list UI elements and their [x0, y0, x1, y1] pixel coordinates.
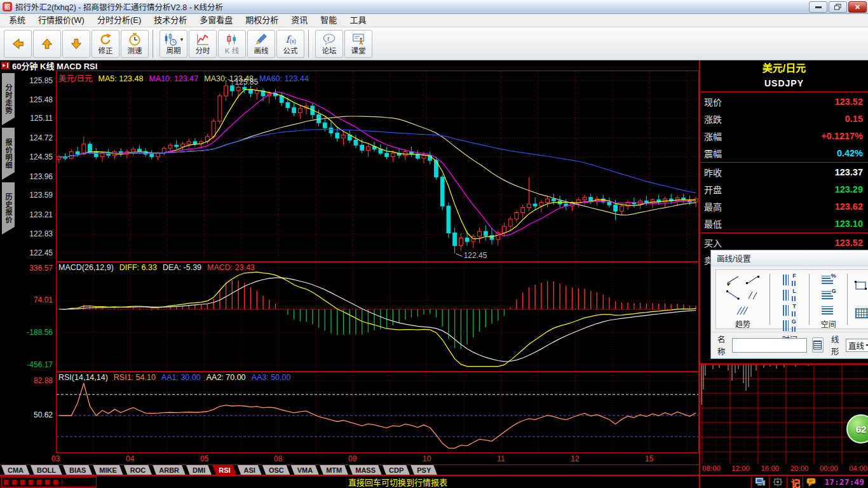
- space-tool-lines[interactable]: [820, 304, 837, 317]
- time-tool-T[interactable]: T: [782, 304, 798, 317]
- minimize-button[interactable]: [809, 1, 827, 13]
- x-axis-label: 08: [274, 454, 282, 463]
- indicator-tab-RSI[interactable]: RSI: [212, 465, 236, 475]
- dialog-title-bar[interactable]: 画线/设置: [711, 250, 868, 266]
- draw-line-dialog[interactable]: 画线/设置 趋势 FLTG 时间 %G 空间: [710, 250, 868, 359]
- hatch-lines-tool[interactable]: [735, 304, 751, 317]
- toolbar-button-论坛[interactable]: t论坛: [315, 30, 343, 58]
- candles: [57, 81, 698, 253]
- menu-item-分时分析(E)[interactable]: 分时分析(E): [91, 14, 147, 27]
- indicator-tab-VMA[interactable]: VMA: [291, 465, 319, 475]
- menu-item-工具[interactable]: 工具: [343, 14, 372, 27]
- toolbar-button-画线[interactable]: 画线: [247, 30, 275, 58]
- quote-value: 0.15: [845, 114, 863, 124]
- toolbar-button-公式[interactable]: f(x)公式: [276, 30, 304, 58]
- notes-button[interactable]: [812, 337, 824, 353]
- mini-chart-grid[interactable]: [700, 359, 868, 464]
- indicator-tab-BIAS[interactable]: BIAS: [63, 465, 92, 475]
- sidebar-tab-报价明细[interactable]: 报价明细: [2, 128, 15, 180]
- message-tray-icon[interactable]: [803, 477, 820, 487]
- grid-tool[interactable]: [853, 307, 868, 320]
- rectangle-tool[interactable]: [853, 280, 868, 292]
- quote-label: 昨收: [704, 166, 722, 179]
- menu-item-行情报价(W)[interactable]: 行情报价(W): [32, 14, 91, 27]
- space-tool-%[interactable]: %: [820, 274, 837, 287]
- main-chart[interactable]: 125.85122.45: [56, 71, 699, 262]
- indicator-tab-BOLL[interactable]: BOLL: [31, 465, 62, 475]
- minimize-icon: [815, 6, 822, 8]
- toolbar-button-周期[interactable]: ▼周期: [159, 30, 187, 58]
- indicator-tab-DMI[interactable]: DMI: [186, 465, 212, 475]
- toolbar-separator: [153, 30, 156, 58]
- toolbar-button-分时[interactable]: 分时: [189, 30, 217, 58]
- indicator-tab-MIKE[interactable]: MIKE: [93, 465, 123, 475]
- toolbar-button-arrow-down[interactable]: [62, 30, 90, 58]
- toolbar-button-label: 论坛: [322, 47, 337, 55]
- indicator-tab-ROC[interactable]: ROC: [124, 465, 152, 475]
- refresh-icon: [98, 32, 113, 47]
- menu-item-资讯[interactable]: 资讯: [285, 14, 314, 27]
- ray-tool[interactable]: [724, 289, 741, 302]
- indicator-tab-PSY[interactable]: PSY: [410, 465, 437, 475]
- quote-label: 买入: [704, 236, 722, 249]
- quote-label: 最高: [704, 200, 722, 213]
- toolbar-button-arrow-up[interactable]: [33, 30, 61, 58]
- toolbar-button-测速[interactable]: 测速: [121, 30, 149, 58]
- trend-icon: [195, 32, 210, 47]
- legend-rsi-title: RSI(14,14,14): [58, 373, 108, 382]
- menu-item-系统[interactable]: 系统: [3, 14, 32, 27]
- time-axis-label: 04:00: [849, 464, 867, 475]
- menu-item-技术分析[interactable]: 技术分析: [147, 14, 193, 27]
- close-button[interactable]: ✕: [848, 1, 867, 13]
- status-message: 直接回车可切换到行情报表: [97, 476, 699, 488]
- indicator-tab-ASI[interactable]: ASI: [238, 465, 262, 475]
- alarm-tray-icon[interactable]: [769, 477, 787, 487]
- indicator-tab-OSC[interactable]: OSC: [262, 465, 290, 475]
- indicator-tab-CDP[interactable]: CDP: [383, 465, 410, 475]
- badge-count: 62: [856, 424, 867, 435]
- toolbar-button-课堂[interactable]: 课堂: [344, 30, 372, 58]
- quote-row-开盘: 开盘123.29: [700, 180, 868, 198]
- space-tool-G[interactable]: G: [820, 289, 837, 302]
- toolbar-button-修正[interactable]: 修正: [92, 30, 119, 58]
- quote-label: 最低: [704, 217, 722, 230]
- indicator-tab-MTM[interactable]: MTM: [320, 465, 348, 475]
- rsi-legend: RSI(14,14,14)RSI1: 54.10AA1: 30.00AA2: 7…: [58, 373, 296, 382]
- restore-button[interactable]: [829, 1, 847, 13]
- arrow-down-icon: [69, 36, 84, 51]
- menu-item-智能[interactable]: 智能: [314, 14, 343, 27]
- toolbar-button-K 线[interactable]: K 线: [218, 30, 246, 58]
- quote-row-震幅: 震幅0.42%: [700, 144, 868, 161]
- menu-item-多窗看盘[interactable]: 多窗看盘: [193, 14, 239, 27]
- indicator-tab-ARBR[interactable]: ARBR: [153, 465, 186, 475]
- pencil-icon: [254, 32, 269, 47]
- time-tool-G[interactable]: G: [782, 320, 798, 332]
- time-tool-L[interactable]: L: [782, 289, 798, 302]
- trendline-tool[interactable]: [724, 274, 741, 287]
- line-style-dropdown[interactable]: 直线: [846, 339, 868, 352]
- rsi-chart[interactable]: [56, 372, 699, 453]
- time-tool-F[interactable]: F: [782, 274, 798, 287]
- quote-label: 现价: [704, 95, 722, 108]
- y-axis-label: 123.21: [29, 210, 53, 219]
- dialog-toolbox: 趋势 FLTG 时间 %G 空间 {: [715, 269, 868, 329]
- notes-tray-icon[interactable]: 记: [787, 477, 803, 487]
- indicator-tab-CMA[interactable]: CMA: [1, 465, 30, 475]
- arrow-left-icon: [10, 36, 25, 51]
- menu-item-期权分析[interactable]: 期权分析: [239, 14, 285, 27]
- quote-label: 震幅: [704, 147, 722, 159]
- quote-row-昨收: 昨收123.37: [700, 163, 868, 180]
- monitor-tray-icon[interactable]: [751, 477, 769, 487]
- sidebar-tab-历史报价[interactable]: 历史报价: [2, 182, 15, 234]
- shape-name-input[interactable]: [732, 338, 807, 353]
- segment-tool[interactable]: [745, 274, 761, 287]
- parallel-lines-tool[interactable]: [745, 289, 761, 302]
- x-axis-label: 15: [645, 454, 653, 463]
- space-group-label: 空间: [821, 318, 836, 331]
- quote-value: 123.29: [835, 184, 863, 194]
- toolbar-button-arrow-left[interactable]: [4, 30, 32, 58]
- macd-chart[interactable]: [56, 262, 699, 372]
- sidebar-tab-分时走势[interactable]: 分时走势: [2, 73, 15, 125]
- indicator-tab-MASS[interactable]: MASS: [349, 465, 382, 475]
- x-axis-label: 09: [348, 454, 356, 463]
